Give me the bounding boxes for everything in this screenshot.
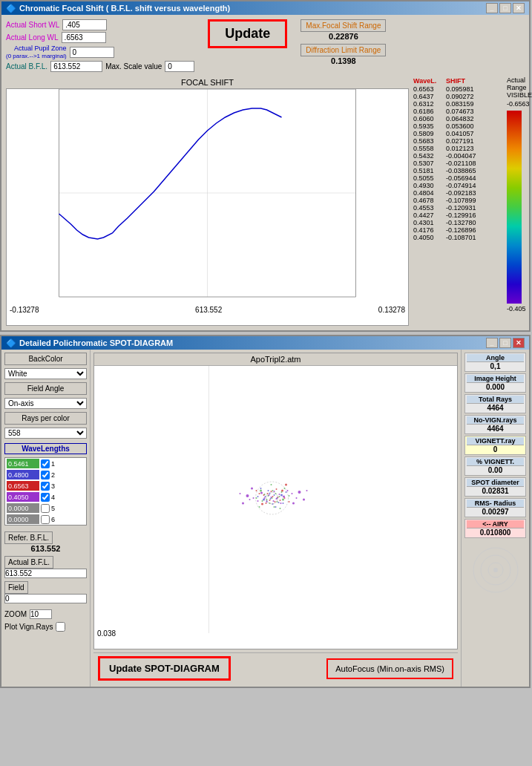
list-item: 0.0000 5 bbox=[5, 503, 86, 514]
svg-point-81 bbox=[298, 491, 301, 494]
wl-cell: 0.4804 bbox=[413, 189, 443, 197]
spot-bottom-bar: Update SPOT-DIAGRAM AutoFocus (Min.on-ax… bbox=[93, 652, 458, 684]
svg-point-62 bbox=[271, 497, 272, 498]
rays-per-color-select[interactable]: 558 bbox=[4, 428, 87, 439]
max-focal-shift-value: 0.22876 bbox=[301, 32, 386, 41]
wl-checkbox[interactable] bbox=[41, 482, 50, 491]
wl-checkbox[interactable] bbox=[41, 515, 50, 524]
field-angle-select[interactable]: On-axis bbox=[4, 398, 87, 409]
wl-rows: 0.65630.0959810.64370.0902720.63120.0831… bbox=[412, 85, 501, 241]
svg-point-29 bbox=[270, 498, 272, 500]
svg-point-52 bbox=[266, 503, 267, 504]
svg-point-47 bbox=[275, 501, 276, 503]
svg-point-20 bbox=[262, 500, 263, 502]
wl-checkbox[interactable] bbox=[41, 493, 50, 502]
field-input[interactable] bbox=[4, 594, 87, 603]
wl-num: 5 bbox=[51, 505, 55, 512]
wl-cell: 0.6186 bbox=[413, 108, 443, 115]
close-button[interactable]: ✕ bbox=[513, 3, 525, 13]
autofocus-label: AutoFocus (Min.on-axis RMS) bbox=[335, 664, 444, 673]
actual-bfl-button[interactable]: Actual B.F.L. bbox=[4, 556, 53, 569]
airy-label: <-- AIRY bbox=[467, 520, 524, 528]
update-spot-button[interactable]: Update SPOT-DIAGRAM bbox=[98, 656, 231, 681]
wl-checkbox[interactable] bbox=[41, 471, 50, 479]
bfl-input[interactable] bbox=[50, 61, 102, 72]
shift-cell: -0.092183 bbox=[446, 189, 476, 197]
table-row: 0.4176-0.126896 bbox=[412, 226, 501, 234]
plot-vign-label: Plot Vign.Rays bbox=[4, 623, 53, 631]
minimize-button[interactable]: _ bbox=[486, 3, 498, 13]
svg-point-39 bbox=[280, 494, 283, 497]
svg-point-63 bbox=[273, 500, 275, 502]
svg-point-85 bbox=[306, 490, 308, 491]
svg-point-35 bbox=[265, 496, 266, 497]
total-rays-box: Total Rays 4464 bbox=[464, 394, 526, 413]
pupil-zone-row: Actual Pupil Zone (0 parax.-->1 marginal… bbox=[6, 45, 194, 59]
focal-content: Actual Short WL Actual Long WL Actual Pu… bbox=[1, 15, 529, 330]
shift-cell: -0.126896 bbox=[446, 226, 476, 234]
shift-cell: -0.074914 bbox=[446, 182, 476, 189]
chart-wrapper: FOCAL SHIFT bbox=[6, 76, 409, 326]
svg-point-78 bbox=[251, 488, 253, 490]
svg-point-45 bbox=[272, 496, 274, 497]
wl-cell: 0.4930 bbox=[413, 182, 443, 189]
airy-box: <-- AIRY 0.010800 bbox=[464, 519, 526, 538]
update-button[interactable]: Update bbox=[208, 19, 287, 48]
spot-minimize-button[interactable]: _ bbox=[486, 338, 498, 348]
focal-shift-title: Chromatic Focal Shift ( B.F.L. shift ver… bbox=[19, 4, 230, 13]
svg-point-79 bbox=[296, 497, 298, 499]
focal-shift-title-bar: 🔷 Chromatic Focal Shift ( B.F.L. shift v… bbox=[1, 1, 529, 15]
wl-cell: 0.5683 bbox=[413, 137, 443, 145]
chart-center-label: 613.552 bbox=[195, 306, 222, 314]
backcolor-button[interactable]: BackColor bbox=[4, 353, 87, 365]
max-focal-shift-button[interactable]: Max.Focal Shift Range bbox=[301, 19, 386, 32]
wl-checkbox[interactable] bbox=[41, 504, 50, 513]
list-item: 0.6563 3 bbox=[5, 480, 86, 491]
wl-color-label: 0.0000 bbox=[7, 514, 39, 524]
no-vign-box: No-VIGN.rays 4464 bbox=[464, 415, 526, 434]
long-wl-input[interactable] bbox=[62, 32, 106, 43]
backcolor-select[interactable]: White bbox=[4, 368, 87, 379]
max-scale-label: Max. Scale value bbox=[105, 62, 162, 71]
max-scale-input[interactable] bbox=[165, 61, 194, 72]
plot-vign-checkbox[interactable] bbox=[56, 622, 65, 632]
title-left: 🔷 Chromatic Focal Shift ( B.F.L. shift v… bbox=[6, 4, 230, 13]
short-wl-input[interactable] bbox=[62, 19, 107, 30]
scale-value: 0.038 bbox=[97, 629, 116, 638]
shift-cell: 0.074673 bbox=[446, 108, 474, 115]
wl-cell: 0.4427 bbox=[413, 212, 443, 219]
airy-disk-svg bbox=[470, 544, 522, 596]
field-button[interactable]: Field bbox=[4, 581, 28, 594]
svg-point-68 bbox=[274, 491, 275, 492]
angle-value: 0,1 bbox=[467, 362, 524, 370]
table-row: 0.5181-0.038865 bbox=[412, 167, 501, 174]
rays-per-color-button[interactable]: Rays per color bbox=[4, 412, 87, 425]
wl-cell: 0.6312 bbox=[413, 100, 443, 108]
spot-left-panel: BackColor White Field Angle On-axis Rays… bbox=[1, 350, 91, 687]
short-wl-label: Actual Short WL bbox=[6, 21, 59, 29]
maximize-button[interactable]: □ bbox=[499, 3, 511, 13]
diffraction-limit-button[interactable]: Diffraction Limit Range bbox=[301, 44, 386, 56]
autofocus-button[interactable]: AutoFocus (Min.on-axis RMS) bbox=[326, 658, 453, 679]
wl-num: 1 bbox=[51, 460, 55, 468]
wl-cell: 0.4678 bbox=[413, 197, 443, 204]
spectrum-bottom-label: -0.405 bbox=[507, 305, 525, 312]
svg-point-14 bbox=[272, 490, 274, 491]
svg-point-56 bbox=[261, 503, 263, 505]
svg-point-54 bbox=[263, 494, 265, 496]
field-angle-button[interactable]: Field Angle bbox=[4, 382, 87, 395]
spot-maximize-button[interactable]: □ bbox=[499, 338, 511, 348]
svg-point-73 bbox=[287, 490, 289, 491]
wl-checkbox[interactable] bbox=[41, 459, 50, 468]
table-row: 0.4050-0.108701 bbox=[412, 234, 501, 241]
refer-bfl-button[interactable]: Refer. B.F.L. bbox=[4, 531, 53, 544]
vignett-box: VIGNETT.ray 0 bbox=[464, 436, 526, 455]
wavelength-table: WaveL. SHIFT 0.65630.0959810.64370.09027… bbox=[412, 76, 501, 326]
pupil-zone-input[interactable] bbox=[70, 47, 114, 58]
vignett-label: VIGNETT.ray bbox=[467, 437, 524, 445]
actual-bfl-input[interactable] bbox=[4, 569, 87, 578]
spectrum-bar: ActualRange VISIBLE -0.6563 -0.405 bbox=[507, 76, 525, 326]
long-wl-row: Actual Long WL bbox=[6, 32, 194, 43]
zoom-input[interactable] bbox=[30, 609, 52, 619]
spot-close-button[interactable]: ✕ bbox=[513, 338, 525, 348]
